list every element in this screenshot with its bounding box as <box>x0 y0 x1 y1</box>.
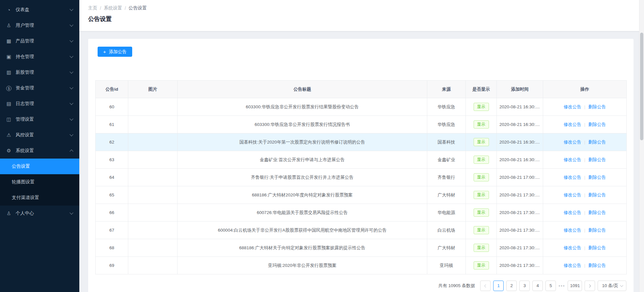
delete-announcement-link[interactable]: 删除公告 <box>588 263 606 268</box>
cell-title: 600004:白云机场关于非公开发行A股股票获得中国民用航空中南地区管理局许可的… <box>178 222 427 239</box>
table-row: 68 688186:广大特材关于向特定对象发行股票预案披露的提示性公告 广大特材… <box>96 239 627 257</box>
page-title: 公告设置 <box>88 15 644 23</box>
page-size-value: 10 条/页 <box>602 283 618 289</box>
sidebar-item-label: 仪表盘 <box>16 7 70 13</box>
table-row: 67 600004:白云机场关于非公开发行A股股票获得中国民用航空中南地区管理局… <box>96 222 627 239</box>
pagination-ellipsis[interactable]: ••• <box>558 284 565 288</box>
edit-announcement-link[interactable]: 修改公告 <box>564 157 581 162</box>
delete-announcement-link[interactable]: 删除公告 <box>588 122 606 127</box>
cell-source: 广大特材 <box>427 239 466 257</box>
cell-title: 603300:华铁应急非公开发行股票发行结果暨股份变动公告 <box>178 98 427 116</box>
edit-announcement-link[interactable]: 修改公告 <box>564 228 581 233</box>
sidebar-item-label: 持仓管理 <box>16 54 70 60</box>
sidebar-subitem-payment-channel-settings[interactable]: 支付渠道设置 <box>0 190 79 206</box>
cell-visible: 显示 <box>466 222 497 239</box>
chart-icon: ▦ <box>5 38 13 44</box>
action-divider: | <box>584 157 586 162</box>
action-divider: | <box>584 175 586 180</box>
plus-icon: + <box>103 49 106 54</box>
table-row: 64 齐鲁银行:关于申请股票首次公开发行并上市进展公告 齐鲁银行 显示 2020… <box>96 169 627 186</box>
sidebar-item-admin-settings[interactable]: ◫ 管理设置 <box>0 112 79 127</box>
status-badge: 显示 <box>474 226 489 234</box>
delete-announcement-link[interactable]: 删除公告 <box>588 140 606 145</box>
col-header-id: 公告id <box>96 81 128 98</box>
edit-announcement-link[interactable]: 修改公告 <box>564 210 581 215</box>
page-size-select[interactable]: 10 条/页 <box>598 281 626 291</box>
gear-icon: ⚙ <box>5 148 13 154</box>
cell-visible: 显示 <box>466 169 497 186</box>
sidebar-item-products[interactable]: ▦ 产品管理 <box>0 33 79 49</box>
sidebar-item-label: 用户管理 <box>16 23 70 28</box>
sidebar-item-system-settings[interactable]: ⚙ 系统设置 <box>0 143 79 159</box>
page-button-1[interactable]: 1 <box>493 281 504 291</box>
edit-announcement-link[interactable]: 修改公告 <box>564 192 581 197</box>
cell-title: 603300:华铁应急非公开发行股票发行情况报告书 <box>178 116 427 133</box>
cell-time: 2020-08-21 17:30:00 <box>497 257 543 274</box>
chevron-right-icon <box>588 284 591 287</box>
sidebar-subitem-carousel-settings[interactable]: 轮播图设置 <box>0 174 79 190</box>
money-icon: $ <box>5 85 13 91</box>
announcements-card: + 添加公告 公告id 图片 公告标题 来源 是否显示 添加时间 操作 <box>88 39 634 292</box>
edit-announcement-link[interactable]: 修改公告 <box>564 175 581 180</box>
edit-announcement-link[interactable]: 修改公告 <box>564 122 581 127</box>
page-button-last[interactable]: 1091 <box>568 281 582 291</box>
delete-announcement-link[interactable]: 删除公告 <box>588 210 606 215</box>
cell-title: 688186:广大特材2020年度向特定对象发行股票预案 <box>178 186 427 204</box>
chevron-down-icon <box>70 85 73 89</box>
col-header-time: 添加时间 <box>497 81 543 98</box>
cell-visible: 显示 <box>466 133 497 151</box>
sidebar-item-new-stock[interactable]: ▥ 新股管理 <box>0 65 79 80</box>
page-button-2[interactable]: 2 <box>506 281 517 291</box>
delete-announcement-link[interactable]: 删除公告 <box>588 104 606 109</box>
cell-id: 64 <box>96 169 128 186</box>
edit-announcement-link[interactable]: 修改公告 <box>564 245 581 250</box>
delete-announcement-link[interactable]: 删除公告 <box>588 228 606 233</box>
sidebar-item-dashboard[interactable]: ◔ 仪表盘 <box>0 2 79 18</box>
sidebar-item-label: 产品管理 <box>16 38 70 44</box>
cell-time: 2020-08-21 17:30:00 <box>497 222 543 239</box>
page-header: 主页 / 系统设置 / 公告设置 公告设置 <box>79 0 644 31</box>
vertical-scrollbar[interactable] <box>639 0 644 292</box>
page-button-4[interactable]: 4 <box>532 281 543 291</box>
prev-page-button[interactable] <box>480 281 491 291</box>
delete-announcement-link[interactable]: 删除公告 <box>588 245 606 250</box>
edit-announcement-link[interactable]: 修改公告 <box>564 104 581 109</box>
edit-announcement-link[interactable]: 修改公告 <box>564 263 581 268</box>
cell-actions: 修改公告|删除公告 <box>543 133 627 151</box>
col-header-image: 图片 <box>128 81 178 98</box>
sidebar-item-positions[interactable]: ▣ 持仓管理 <box>0 49 79 65</box>
delete-announcement-link[interactable]: 删除公告 <box>588 175 606 180</box>
next-page-button[interactable] <box>585 281 595 291</box>
cell-actions: 修改公告|删除公告 <box>543 186 627 204</box>
sidebar-subitem-announcement-settings[interactable]: 公告设置 <box>0 159 79 174</box>
sidebar-item-logs[interactable]: ▤ 日志管理 <box>0 96 79 112</box>
cell-id: 69 <box>96 257 128 274</box>
cell-actions: 修改公告|删除公告 <box>543 116 627 133</box>
breadcrumb-system-settings[interactable]: 系统设置 <box>104 5 122 11</box>
action-divider: | <box>584 245 586 250</box>
page-button-5[interactable]: 5 <box>545 281 556 291</box>
action-divider: | <box>584 140 586 145</box>
sidebar-item-risk-settings[interactable]: ⚠ 风控设置 <box>0 127 79 143</box>
sidebar-item-users[interactable]: ♙ 用户管理 <box>0 18 79 33</box>
sidebar-item-funds[interactable]: $ 资金管理 <box>0 80 79 96</box>
col-header-title: 公告标题 <box>178 81 427 98</box>
cell-image <box>128 186 178 204</box>
delete-announcement-link[interactable]: 删除公告 <box>588 157 606 162</box>
cell-time: 2020-08-21 16:30:00 <box>497 151 543 169</box>
delete-announcement-link[interactable]: 删除公告 <box>588 192 606 197</box>
action-divider: | <box>584 210 586 215</box>
breadcrumb-home[interactable]: 主页 <box>88 5 97 11</box>
sidebar-item-personal-center[interactable]: ♙ 个人中心 <box>0 206 79 221</box>
edit-announcement-link[interactable]: 修改公告 <box>564 140 581 145</box>
cell-actions: 修改公告|删除公告 <box>543 257 627 274</box>
chevron-down-icon <box>70 132 73 136</box>
add-announcement-button[interactable]: + 添加公告 <box>98 47 132 57</box>
scrollbar-thumb[interactable] <box>640 33 643 140</box>
chevron-down-icon <box>70 38 73 42</box>
cell-source: 齐鲁银行 <box>427 169 466 186</box>
table-row: 62 国基科技:关于2020年第一次股票定向发行说明书修订说明的公告 国基科技 … <box>96 133 627 151</box>
cell-source: 华铁应急 <box>427 116 466 133</box>
status-badge: 显示 <box>474 103 489 111</box>
page-button-3[interactable]: 3 <box>519 281 530 291</box>
